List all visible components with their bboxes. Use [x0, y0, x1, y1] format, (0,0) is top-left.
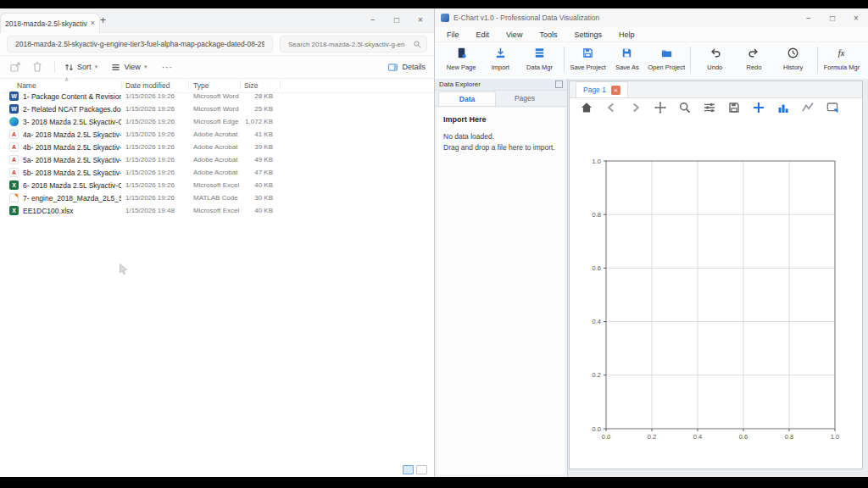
search-box[interactable] [280, 36, 427, 53]
excel-file-icon: X [9, 180, 19, 190]
save-as-button[interactable]: Save As [608, 46, 647, 71]
svg-text:0.0: 0.0 [593, 425, 601, 433]
menu-item-help[interactable]: Help [610, 30, 643, 39]
file-row[interactable]: A4b- 2018 Mazda 2.5L Skyactiv-G Engine T… [0, 141, 434, 153]
sort-label: Sort [77, 63, 92, 71]
export-icon [826, 101, 839, 118]
file-row[interactable]: A5a- 2018 Mazda 2.5L Skyactiv-G Engine T… [0, 153, 434, 166]
close-button[interactable]: × [844, 8, 868, 29]
undock-icon[interactable] [555, 80, 563, 88]
redo-label: Redo [747, 64, 762, 71]
minimize-button[interactable]: − [361, 8, 385, 30]
import-button[interactable]: Import [481, 46, 520, 71]
zoom-button[interactable] [677, 102, 693, 117]
file-date-modified: 1/15/2026 19:26 [125, 118, 175, 125]
tab-close-icon[interactable]: × [91, 19, 95, 27]
delete-icon[interactable] [31, 60, 44, 74]
pdf-file-icon: A [9, 130, 19, 139]
new-page-button[interactable]: New Page [442, 46, 481, 71]
file-size: 41 KB [234, 130, 273, 138]
toolbar-group-divider [564, 47, 565, 72]
toolbar-divider [54, 61, 55, 73]
export-button[interactable] [825, 102, 840, 117]
minimize-button[interactable]: − [797, 8, 821, 29]
open-project-button[interactable]: Open Project [647, 46, 686, 71]
more-options-button[interactable]: ··· [162, 63, 173, 72]
echart-main-area: Data Explorer DataPages Import Here No d… [435, 79, 868, 477]
forward-button[interactable] [628, 102, 643, 117]
formula-mgr-icon: fx [835, 47, 848, 61]
data-mgr-button[interactable]: Data Mgr [520, 46, 559, 71]
column-divider[interactable] [280, 80, 281, 90]
maximize-button[interactable]: □ [821, 8, 844, 29]
column-header-modified[interactable]: Date modified [125, 81, 170, 90]
file-row[interactable]: 7- engine_2018_Mazda_2L5_SkyactivG_Ti...… [0, 191, 434, 204]
address-bar[interactable] [7, 36, 273, 53]
tab-data[interactable]: Data [438, 92, 496, 106]
column-divider[interactable] [121, 80, 122, 90]
sort-ascending-icon: ∧ [64, 76, 69, 83]
back-button[interactable] [604, 102, 619, 117]
sort-button[interactable]: Sort ▼ [64, 60, 98, 74]
view-button[interactable]: View ▼ [110, 60, 147, 74]
column-header-name[interactable]: Name [17, 81, 36, 90]
history-button[interactable]: History [774, 46, 813, 71]
plot-canvas[interactable]: 0.00.20.40.60.81.00.00.20.40.60.81.0 [571, 121, 860, 467]
file-row[interactable]: W1- Package Content & Revision History.d… [0, 90, 434, 103]
undo-icon [709, 47, 721, 61]
page-tab[interactable]: Page 1 × [576, 81, 628, 97]
search-input[interactable] [287, 40, 413, 49]
new-tab-button[interactable]: + [100, 14, 106, 26]
file-name: 5a- 2018 Mazda 2.5L Skyactiv-G Engine Ti… [23, 156, 121, 164]
subplots-button[interactable] [702, 102, 717, 117]
echart-window: E-Chart v1.0 - Professional Data Visuali… [434, 8, 868, 477]
file-name: 5b- 2018 Mazda 2.5L Skyactiv-G Engine T.… [23, 169, 121, 177]
save-project-button[interactable]: Save Project [569, 46, 608, 71]
file-date-modified: 1/15/2026 19:26 [125, 130, 175, 138]
formula-mgr-label: Formula Mgr [824, 64, 860, 71]
menu-item-view[interactable]: View [498, 30, 531, 39]
column-divider[interactable] [240, 80, 241, 90]
file-type: Adobe Acrobat D... [193, 156, 240, 164]
explorer-tab[interactable]: 2018-mazda-2.5l-skyactiv-g-e × [0, 13, 100, 33]
word-file-icon: W [9, 92, 19, 101]
menu-item-settings[interactable]: Settings [565, 30, 610, 39]
page-close-icon[interactable]: × [611, 86, 620, 95]
details-label: Details [402, 63, 426, 71]
column-header-type[interactable]: Type [193, 81, 209, 90]
redo-button[interactable]: Redo [734, 46, 773, 71]
bar-chart-button[interactable] [776, 102, 791, 117]
close-button[interactable]: × [409, 8, 432, 30]
data-explorer-content[interactable]: Import Here No data loaded. Drag and dro… [437, 108, 565, 474]
column-divider[interactable] [188, 80, 189, 90]
maximize-button[interactable]: □ [385, 8, 409, 30]
icons-view-toggle[interactable] [416, 465, 427, 474]
menu-item-tools[interactable]: Tools [531, 30, 565, 39]
pan-button[interactable] [653, 102, 668, 117]
menu-item-file[interactable]: File [438, 30, 468, 39]
file-name: 6- 2018 Mazda 2.5L Skyactiv-G Engine Tie… [23, 181, 121, 190]
details-pane-button[interactable]: Details [387, 60, 426, 74]
menu-item-edit[interactable]: Edit [468, 30, 498, 39]
column-header-size[interactable]: Size [244, 81, 259, 90]
file-row[interactable]: 3- 2018 Mazda 2.5L Skyactiv-G Engine Tie… [0, 115, 434, 128]
home-button[interactable] [579, 102, 594, 117]
details-view-toggle[interactable] [403, 465, 414, 474]
formula-mgr-button[interactable]: fxFormula Mgr [822, 46, 861, 71]
drag-drop-hint: Drag and drop a file here to import. [443, 142, 559, 153]
add-button[interactable] [751, 102, 766, 117]
open-project-icon [660, 47, 673, 61]
share-icon[interactable] [8, 60, 22, 74]
file-row[interactable]: XEE1DC100.xlsx1/15/2026 19:48Microsoft E… [0, 204, 434, 217]
excel-file-icon: X [9, 206, 19, 215]
undo-button[interactable]: Undo [695, 46, 734, 71]
file-row[interactable]: W2- Related NCAT Packages.docx1/15/2026 … [0, 103, 434, 115]
data-mgr-label: Data Mgr [526, 64, 553, 71]
line-chart-button[interactable] [800, 102, 815, 117]
file-row[interactable]: A4a- 2018 Mazda 2.5L Skyactiv-G Engine T… [0, 128, 434, 141]
file-type: Adobe Acrobat D... [193, 169, 240, 176]
file-row[interactable]: A5b- 2018 Mazda 2.5L Skyactiv-G Engine T… [0, 166, 434, 179]
save-figure-button[interactable] [726, 102, 742, 117]
tab-pages[interactable]: Pages [496, 92, 554, 106]
file-row[interactable]: X6- 2018 Mazda 2.5L Skyactiv-G Engine Ti… [0, 179, 434, 191]
